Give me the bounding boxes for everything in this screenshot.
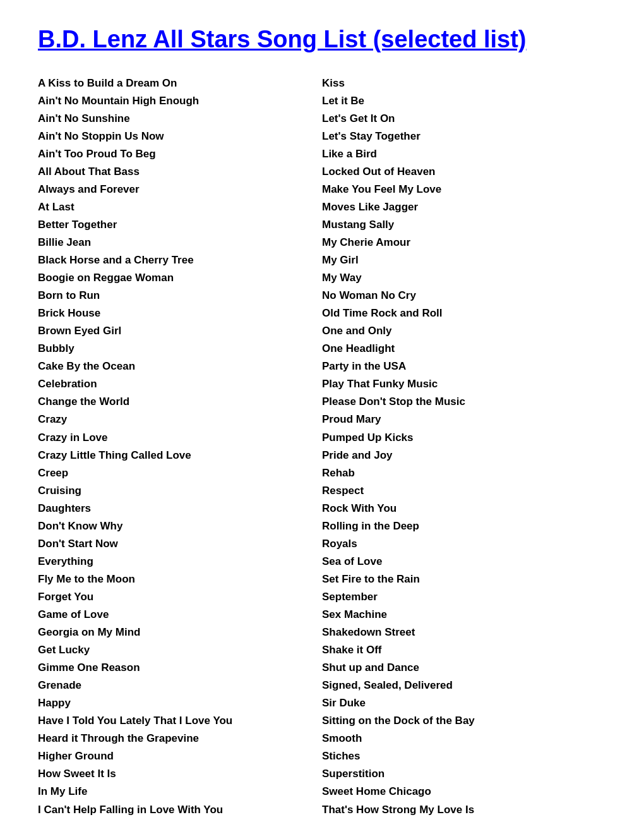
- list-item: No Woman No Cry: [322, 287, 606, 305]
- list-item: Gimme One Reason: [38, 659, 322, 677]
- list-item: Play That Funky Music: [322, 375, 606, 393]
- list-item: In My Life: [38, 783, 322, 801]
- list-item: Stiches: [322, 747, 606, 765]
- list-item: Moves Like Jagger: [322, 198, 606, 216]
- list-item: September: [322, 588, 606, 606]
- list-item: Born to Run: [38, 287, 322, 305]
- list-item: A Kiss to Build a Dream On: [38, 75, 322, 92]
- list-item: Change the World: [38, 393, 322, 411]
- list-item: Brown Eyed Girl: [38, 322, 322, 340]
- list-item: Rehab: [322, 464, 606, 482]
- list-item: Ain't No Stoppin Us Now: [38, 128, 322, 145]
- list-item: Sweet Home Chicago: [322, 783, 606, 801]
- list-item: Heard it Through the Grapevine: [38, 730, 322, 747]
- list-item: Black Horse and a Cherry Tree: [38, 251, 322, 269]
- list-item: Shake it Off: [322, 641, 606, 659]
- list-item: Cruising: [38, 482, 322, 500]
- song-list: A Kiss to Build a Dream OnAin't No Mount…: [38, 75, 606, 819]
- list-item: One and Only: [322, 322, 606, 340]
- list-item: Forget You: [38, 588, 322, 606]
- list-item: Have I Told You Lately That I Love You: [38, 712, 322, 730]
- list-item: One Headlight: [322, 340, 606, 358]
- list-item: Always and Forever: [38, 181, 322, 198]
- list-item: Kiss: [322, 75, 606, 92]
- list-item: Old Time Rock and Roll: [322, 305, 606, 322]
- list-item: Party in the USA: [322, 358, 606, 375]
- list-item: Grenade: [38, 677, 322, 694]
- list-item: Sex Machine: [322, 606, 606, 624]
- list-item: My Way: [322, 269, 606, 287]
- list-item: Boogie on Reggae Woman: [38, 269, 322, 287]
- list-item: All About That Bass: [38, 163, 322, 181]
- list-item: Let's Get It On: [322, 110, 606, 128]
- list-item: Pumped Up Kicks: [322, 429, 606, 447]
- list-item: Locked Out of Heaven: [322, 163, 606, 181]
- list-item: Higher Ground: [38, 747, 322, 765]
- page-title: B.D. Lenz All Stars Song List (selected …: [38, 25, 606, 54]
- left-column: A Kiss to Build a Dream OnAin't No Mount…: [38, 75, 322, 819]
- list-item: Get Lucky: [38, 641, 322, 659]
- list-item: I Can't Help Falling in Love With You: [38, 801, 322, 819]
- list-item: Rock With You: [322, 500, 606, 517]
- list-item: Let it Be: [322, 92, 606, 110]
- list-item: At Last: [38, 198, 322, 216]
- list-item: My Cherie Amour: [322, 234, 606, 251]
- list-item: Crazy: [38, 411, 322, 428]
- list-item: Everything: [38, 553, 322, 571]
- list-item: Sitting on the Dock of the Bay: [322, 712, 606, 730]
- list-item: Fly Me to the Moon: [38, 571, 322, 588]
- list-item: Let's Stay Together: [322, 128, 606, 145]
- list-item: Respect: [322, 482, 606, 500]
- list-item: Please Don't Stop the Music: [322, 393, 606, 411]
- list-item: Crazy in Love: [38, 429, 322, 447]
- list-item: Happy: [38, 694, 322, 712]
- list-item: Ain't Too Proud To Beg: [38, 145, 322, 163]
- list-item: Crazy Little Thing Called Love: [38, 447, 322, 464]
- list-item: Cake By the Ocean: [38, 358, 322, 375]
- list-item: Shut up and Dance: [322, 659, 606, 677]
- list-item: Bubbly: [38, 340, 322, 358]
- list-item: Mustang Sally: [322, 216, 606, 234]
- list-item: Signed, Sealed, Delivered: [322, 677, 606, 694]
- list-item: Better Together: [38, 216, 322, 234]
- list-item: Don't Know Why: [38, 517, 322, 535]
- list-item: Like a Bird: [322, 145, 606, 163]
- list-item: Georgia on My Mind: [38, 624, 322, 641]
- list-item: Daughters: [38, 500, 322, 517]
- list-item: Sir Duke: [322, 694, 606, 712]
- list-item: Pride and Joy: [322, 447, 606, 464]
- list-item: Superstition: [322, 765, 606, 783]
- right-column: KissLet it BeLet's Get It OnLet's Stay T…: [322, 75, 606, 819]
- list-item: Sea of Love: [322, 553, 606, 571]
- list-item: Smooth: [322, 730, 606, 747]
- list-item: Rolling in the Deep: [322, 517, 606, 535]
- list-item: Game of Love: [38, 606, 322, 624]
- list-item: Make You Feel My Love: [322, 181, 606, 198]
- list-item: Proud Mary: [322, 411, 606, 428]
- list-item: My Girl: [322, 251, 606, 269]
- list-item: Ain't No Sunshine: [38, 110, 322, 128]
- list-item: That's How Strong My Love Is: [322, 801, 606, 819]
- list-item: Brick House: [38, 305, 322, 322]
- list-item: Set Fire to the Rain: [322, 571, 606, 588]
- list-item: Royals: [322, 535, 606, 553]
- list-item: Shakedown Street: [322, 624, 606, 641]
- list-item: Don't Start Now: [38, 535, 322, 553]
- list-item: Creep: [38, 464, 322, 482]
- list-item: Ain't No Mountain High Enough: [38, 92, 322, 110]
- list-item: Celebration: [38, 375, 322, 393]
- list-item: Billie Jean: [38, 234, 322, 251]
- list-item: How Sweet It Is: [38, 765, 322, 783]
